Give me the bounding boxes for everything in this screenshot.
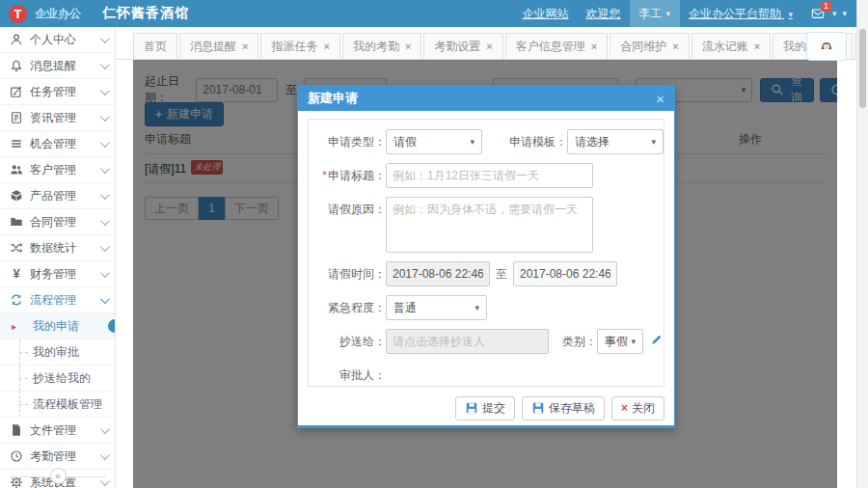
sidebar-item-finance[interactable]: ¥ 财务管理 (0, 261, 115, 287)
help-menu[interactable]: 企业办公平台帮助 ▾ (689, 6, 793, 22)
sidebar-item-label: 产品管理 (30, 188, 76, 204)
chevron-down-icon (100, 112, 110, 122)
sidebar-item-messages[interactable]: 消息提醒 (0, 53, 115, 79)
clock-icon (10, 449, 23, 463)
collapse-sidebar-button[interactable]: « (50, 468, 67, 484)
save-draft-button[interactable]: 保存草稿 (522, 396, 605, 420)
tab-attendance-settings[interactable]: 考勤设置× (423, 33, 502, 59)
scrollbar-thumb[interactable] (859, 29, 866, 108)
sidebar-subitem-template-management[interactable]: 流程模板管理 (0, 392, 115, 418)
yen-icon: ¥ (10, 267, 23, 281)
application-type-select[interactable]: 请假 ▾ (386, 129, 482, 154)
leave-start-input[interactable] (386, 261, 490, 286)
chevron-down-icon[interactable]: ▾ (832, 9, 837, 18)
save-draft-label: 保存草稿 (549, 400, 595, 417)
close-button[interactable]: × 关闭 (611, 396, 665, 420)
tab-cash-journal[interactable]: 流水记账× (692, 33, 771, 59)
sidebar-item-attendance[interactable]: 考勤管理 (0, 444, 115, 470)
tab-messages[interactable]: 消息提醒× (179, 33, 258, 59)
chevron-down-icon (100, 138, 110, 148)
tab-contract-maintenance[interactable]: 合同维护× (610, 33, 689, 59)
logo: T (9, 5, 27, 23)
user-menu[interactable]: 李工 ▾ (630, 0, 681, 27)
sidebar-item-label: 流程管理 (30, 292, 76, 309)
sidebar-subitem-my-applications[interactable]: ▸ 我的申请 (0, 313, 115, 339)
urgency-select[interactable]: 普通 ▾ (386, 295, 487, 320)
close-icon[interactable]: × (323, 41, 329, 52)
leave-reason-textarea[interactable] (386, 197, 593, 253)
required-marker: * (322, 169, 327, 182)
category-select[interactable]: 事假 ▾ (597, 329, 643, 354)
sidebar-collapse-bar: « (0, 468, 116, 484)
close-icon[interactable]: × (242, 41, 248, 52)
sidebar-item-label: 机会管理 (30, 136, 76, 152)
tab-label: 指派任务 (271, 39, 317, 55)
sidebar-subitem-cc-to-me[interactable]: 抄送给我的 (0, 366, 115, 392)
close-icon[interactable]: × (672, 41, 678, 52)
type-value: 请假 (393, 134, 417, 150)
submit-label: 提交 (482, 400, 505, 417)
application-template-select[interactable]: 请选择 ▾ (567, 129, 664, 154)
close-icon[interactable]: × (656, 91, 665, 107)
top-bar: T 企业办公 仁怀酱香酒馆 企业网站 欢迎您 李工 ▾ 企业办公平台帮助 ▾ 1… (0, 0, 856, 27)
tab-customer-info[interactable]: 客户信息管理× (505, 33, 608, 59)
chevron-down-icon (100, 294, 110, 304)
cc-input[interactable] (386, 329, 549, 354)
sidebar-subitem-my-approvals[interactable]: 我的审批 (0, 339, 115, 366)
mail-menu[interactable]: 1 (811, 7, 825, 20)
sidebar-subitem-label: 我的申请 (33, 318, 79, 335)
approver-label: 审批人： (309, 363, 386, 384)
application-title-input[interactable] (386, 163, 593, 188)
sidebar-item-process[interactable]: 流程管理 (0, 287, 115, 313)
tab-my-attendance[interactable]: 我的考勤× (342, 33, 421, 59)
chevron-down-icon: ▾ (651, 137, 656, 147)
sidebar-item-personal[interactable]: 个人中心 (0, 27, 115, 53)
chevron-down-icon: ▾ (470, 137, 475, 147)
form-row-urgency: 紧急程度： 普通 ▾ (309, 295, 664, 320)
sidebar-item-label: 文件管理 (30, 422, 76, 439)
tab-assigned-tasks[interactable]: 指派任务× (260, 33, 339, 59)
sidebar-item-statistics[interactable]: 数据统计 (0, 235, 115, 261)
sidebar-item-opportunities[interactable]: 机会管理 (0, 131, 115, 157)
chevron-down-icon: ▾ (788, 10, 793, 19)
mail-badge: 1 (821, 1, 831, 12)
chevron-down-icon: ▾ (475, 303, 479, 312)
leave-end-input[interactable] (513, 261, 617, 286)
user-icon (10, 33, 23, 46)
close-icon[interactable]: × (486, 41, 492, 52)
site-link[interactable]: 企业网站 (523, 6, 569, 22)
tab-home[interactable]: 首页 (133, 33, 177, 59)
welcome-link[interactable]: 欢迎您 (586, 6, 621, 22)
sidebar-item-products[interactable]: 产品管理 (0, 183, 115, 209)
modal-title: 新建申请 (308, 90, 358, 107)
sidebar-item-contracts[interactable]: 合同管理 (0, 209, 115, 235)
avatar[interactable] (806, 32, 847, 61)
pencil-icon[interactable] (650, 333, 664, 346)
chevron-down-icon (100, 242, 110, 252)
tab-bar: 首页 消息提醒× 指派任务× 我的考勤× 考勤设置× 客户信息管理× 合同维护×… (116, 27, 856, 60)
page-scrollbar[interactable] (856, 0, 868, 488)
sidebar-item-tasks[interactable]: 任务管理 (0, 79, 115, 105)
urgency-value: 普通 (393, 300, 417, 316)
chevron-down-icon: ▾ (631, 337, 636, 346)
edit-icon (10, 85, 23, 98)
chevron-down-icon (100, 86, 110, 95)
close-icon[interactable]: × (405, 41, 411, 52)
sidebar-item-files[interactable]: 文件管理 (0, 418, 115, 444)
cc-label: 抄送给： (309, 329, 386, 350)
modal-header: 新建申请 × (298, 86, 674, 111)
chevron-down-icon (100, 164, 110, 174)
company-title: 仁怀酱香酒馆 (102, 5, 189, 22)
sidebar-item-label: 客户管理 (30, 162, 76, 178)
close-icon[interactable]: × (754, 41, 760, 52)
users-icon (10, 163, 23, 176)
user-name: 李工 (639, 6, 663, 22)
sidebar-item-news[interactable]: 资讯管理 (0, 105, 115, 131)
sidebar-item-customers[interactable]: 客户管理 (0, 157, 115, 183)
submit-button[interactable]: 提交 (455, 396, 515, 420)
form-row-cc: 抄送给： 类别： 事假 ▾ (309, 329, 664, 354)
modal-form: 申请类型： 请假 ▾ 申请模板： 请选择 ▾ *申请标题： (308, 119, 665, 387)
close-icon[interactable]: × (591, 41, 597, 52)
chevron-down-icon[interactable]: ▾ (842, 9, 847, 18)
type-label: 申请类型： (309, 129, 386, 150)
